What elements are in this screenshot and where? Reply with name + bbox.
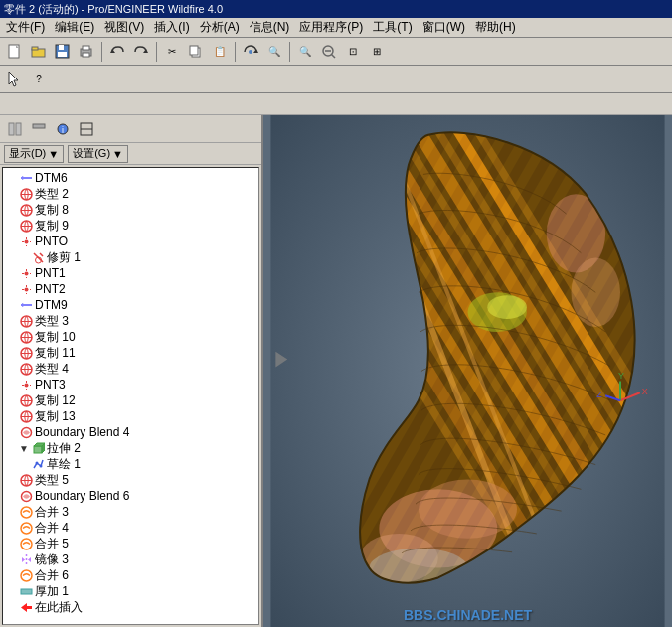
undo-button[interactable] [106, 41, 128, 63]
model-view: X Y Z [263, 115, 672, 627]
save-button[interactable] [52, 41, 74, 63]
tree-item-6[interactable]: 修剪 1 [5, 249, 256, 265]
tree-item-5[interactable]: PNTO [5, 234, 256, 249]
zoom-fit-button[interactable]: ⊡ [342, 41, 364, 63]
svg-text:Z: Z [596, 390, 602, 399]
point-icon [19, 235, 33, 248]
tree-item-15[interactable]: 复制 12 [5, 392, 256, 408]
sketch-icon [31, 457, 45, 471]
tree-item-2[interactable]: 类型 2 [5, 186, 256, 202]
tree-item-12[interactable]: 复制 11 [5, 345, 256, 361]
tree-item-27[interactable]: 厚加 1 [5, 583, 256, 599]
tree-item-19[interactable]: 草绘 1 [5, 456, 256, 472]
svg-marker-19 [9, 72, 18, 86]
tree-item-28[interactable]: 在此插入 [5, 599, 256, 615]
point-icon [19, 266, 33, 280]
tree-btn-4[interactable] [76, 118, 97, 140]
settings-dropdown[interactable]: 设置(G) ▼ [68, 145, 128, 163]
tree-btn-3[interactable]: i [52, 118, 74, 140]
tree-item-1[interactable]: DTM6 [5, 170, 256, 186]
print-button[interactable] [76, 41, 97, 63]
menu-insert[interactable]: 插入(I) [150, 18, 193, 37]
tree-item-25[interactable]: 镜像 3 [5, 551, 256, 567]
tree-item-22[interactable]: 合并 3 [5, 504, 256, 520]
svg-point-37 [24, 239, 28, 243]
tree-item-label: 复制 13 [35, 408, 76, 425]
menu-window[interactable]: 窗口(W) [419, 18, 469, 37]
copy-icon [19, 219, 33, 233]
tree-item-24[interactable]: 合并 5 [5, 536, 256, 551]
viewport[interactable]: X Y Z BBS.CHINADE.NET [263, 115, 672, 627]
new-button[interactable] [4, 41, 26, 63]
tree-item-16[interactable]: 复制 13 [5, 408, 256, 424]
tree-item-3[interactable]: 复制 8 [5, 202, 256, 218]
insert-here-icon [19, 600, 33, 614]
tree-item-20[interactable]: 类型 5 [5, 472, 256, 488]
menu-file[interactable]: 文件(F) [2, 18, 49, 37]
tree-item-8[interactable]: PNT2 [5, 281, 256, 297]
menu-tools[interactable]: 工具(T) [369, 18, 416, 37]
merge-icon [19, 537, 33, 550]
secondary-toolbar: ? [0, 66, 672, 93]
svg-text:Y: Y [618, 371, 624, 381]
tree-item-4[interactable]: 复制 9 [5, 218, 256, 234]
toolbar-sep-1 [101, 42, 102, 62]
trim-icon [31, 250, 45, 264]
menu-analysis[interactable]: 分析(A) [196, 18, 244, 37]
boundary-blend-icon [19, 489, 33, 503]
tree-btn-1[interactable] [4, 118, 26, 140]
select-button[interactable] [4, 69, 26, 90]
copy-icon [19, 330, 33, 344]
tree-item-23[interactable]: 合并 4 [5, 520, 256, 536]
regen-button[interactable] [240, 41, 261, 63]
menu-view[interactable]: 视图(V) [100, 18, 148, 37]
zoom-out-button[interactable] [318, 41, 340, 63]
redo-button[interactable] [130, 41, 152, 63]
svg-marker-79 [21, 603, 32, 612]
tree-item-10[interactable]: 类型 3 [5, 313, 256, 329]
search-button[interactable]: 🔍 [263, 41, 285, 63]
toolbar-sep-3 [235, 42, 236, 62]
cut-button[interactable]: ✂ [161, 41, 183, 63]
paste-button[interactable]: 📋 [209, 41, 231, 63]
tree-item-label: 镜像 3 [35, 551, 69, 568]
tree-item-label: 拉伸 2 [47, 440, 81, 457]
tree-item-label: 合并 6 [35, 567, 69, 584]
tree-item-label: 厚加 1 [35, 583, 69, 600]
copy-icon [19, 203, 33, 217]
zoom-in-button[interactable]: 🔍 [294, 41, 316, 63]
tree-item-17[interactable]: Boundary Blend 4 [5, 424, 256, 440]
open-button[interactable] [28, 41, 50, 63]
svg-rect-78 [21, 589, 32, 594]
menu-app[interactable]: 应用程序(P) [295, 18, 367, 37]
point-icon [19, 282, 33, 296]
query-button[interactable]: ? [28, 69, 50, 90]
tree-item-21[interactable]: Boundary Blend 6 [5, 488, 256, 504]
menu-edit[interactable]: 编辑(E) [51, 18, 98, 37]
tree-item-13[interactable]: 类型 4 [5, 361, 256, 377]
copy-button[interactable] [185, 41, 207, 63]
tree-item-7[interactable]: PNT1 [5, 265, 256, 281]
menu-help[interactable]: 帮助(H) [471, 18, 520, 37]
model-tree[interactable]: DTM6类型 2复制 8复制 9PNTO修剪 1PNT1PNT2DTM9类型 3… [2, 167, 259, 625]
refit-button[interactable]: ⊞ [366, 41, 388, 63]
svg-point-102 [487, 295, 527, 319]
svg-rect-9 [83, 53, 89, 57]
tree-expand-icon[interactable]: ▼ [19, 443, 31, 454]
svg-rect-13 [190, 46, 198, 55]
tree-item-14[interactable]: PNT3 [5, 377, 256, 392]
copy-icon [19, 346, 33, 360]
tree-item-label: PNT1 [35, 266, 66, 280]
display-dropdown[interactable]: 显示(D) ▼ [4, 145, 64, 163]
tree-item-11[interactable]: 复制 10 [5, 329, 256, 345]
menu-info[interactable]: 信息(N) [246, 18, 294, 37]
title-bar: 零件 2 (活动的) - Pro/ENGINEER Wildfire 4.0 [0, 0, 672, 18]
tree-item-18[interactable]: ▼拉伸 2 [5, 440, 256, 456]
feature-icon [19, 314, 33, 328]
tree-item-9[interactable]: DTM9 [5, 297, 256, 313]
svg-point-66 [35, 461, 38, 464]
tree-item-26[interactable]: 合并 6 [5, 567, 256, 583]
tree-toolbar: i [0, 115, 261, 143]
tree-item-label: 草绘 1 [47, 456, 81, 473]
tree-btn-2[interactable] [28, 118, 50, 140]
